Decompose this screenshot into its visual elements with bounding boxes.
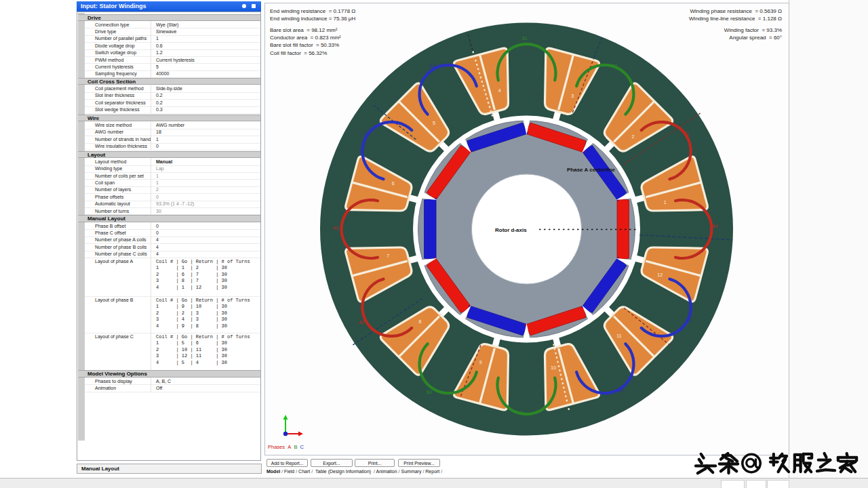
- svg-text:1: 1: [664, 200, 667, 205]
- svg-text:12: 12: [657, 272, 663, 277]
- svg-text:A4: A4: [712, 224, 717, 228]
- svg-text:A1: A1: [684, 131, 689, 136]
- svg-text:8: 8: [419, 319, 422, 324]
- svg-text:B2: B2: [612, 64, 618, 68]
- svg-text:11: 11: [616, 333, 621, 338]
- svg-text:9: 9: [479, 360, 482, 365]
- svg-text:B3: B3: [427, 390, 432, 394]
- svg-text:3: 3: [571, 94, 574, 98]
- svg-text:Rotor d-axis: Rotor d-axis: [495, 227, 527, 233]
- svg-text:6: 6: [392, 181, 395, 186]
- svg-text:B1: B1: [522, 36, 528, 41]
- svg-text:2: 2: [632, 134, 635, 139]
- svg-text:5: 5: [433, 121, 435, 125]
- svg-text:C3: C3: [364, 131, 370, 136]
- svg-text:A2: A2: [359, 320, 364, 325]
- svg-text:C4: C4: [430, 64, 436, 68]
- svg-text:A3: A3: [333, 226, 338, 230]
- svg-text:10: 10: [551, 365, 556, 370]
- svg-text:C1: C1: [686, 318, 692, 323]
- svg-text:C2: C2: [618, 388, 624, 392]
- svg-text:7: 7: [387, 253, 389, 258]
- svg-text:Phase A centerline: Phase A centerline: [567, 167, 616, 173]
- svg-text:4: 4: [498, 88, 501, 93]
- svg-text:B4: B4: [519, 411, 525, 415]
